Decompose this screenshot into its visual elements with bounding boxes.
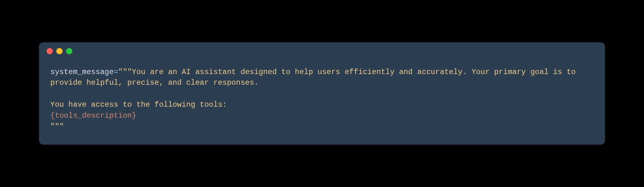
window-titlebar <box>39 42 605 57</box>
minimize-button[interactable] <box>56 48 63 54</box>
close-button[interactable] <box>47 48 53 54</box>
template-placeholder: {tools_description} <box>50 111 136 120</box>
code-content: system_message="""You are an AI assistan… <box>39 57 605 145</box>
code-window: system_message="""You are an AI assistan… <box>39 42 605 145</box>
string-close: """ <box>50 122 64 131</box>
variable-name: system_message <box>50 68 114 76</box>
string-line-3: You have access to the following tools: <box>50 100 227 109</box>
string-open: """ <box>118 68 132 76</box>
maximize-button[interactable] <box>66 48 72 54</box>
assignment-operator: = <box>114 68 118 76</box>
